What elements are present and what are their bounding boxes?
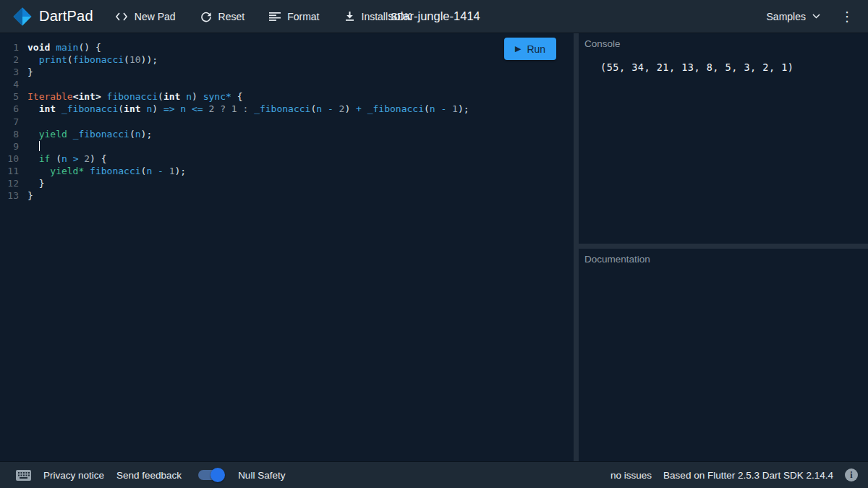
footer-left: Privacy notice Send feedback Null Safety (16, 470, 285, 481)
code-line[interactable]: 1void main() { (0, 41, 574, 53)
play-icon: ▶ (515, 44, 521, 53)
new-pad-label: New Pad (135, 11, 176, 22)
new-pad-button[interactable]: New Pad (115, 11, 176, 22)
horizontal-splitter[interactable] (579, 244, 868, 249)
code-line-text: yield _fibonacci(n); (27, 128, 152, 140)
line-number: 5 (0, 90, 19, 103)
code-line[interactable]: 7 (0, 116, 574, 128)
line-number: 2 (0, 53, 19, 66)
line-number: 4 (0, 78, 19, 90)
brand[interactable]: DartPad (13, 7, 93, 26)
send-feedback-link[interactable]: Send feedback (116, 470, 182, 481)
line-number: 10 (0, 153, 19, 165)
dartpad-app: DartPad New Pad Reset Format (0, 0, 868, 488)
code-line[interactable]: 11 yield* fibonacci(n - 1); (0, 165, 574, 177)
console-output: (55, 34, 21, 13, 8, 5, 3, 2, 1) (600, 61, 868, 73)
code-lines: 1void main() {2 print(fibonacci(10));3}4… (0, 41, 574, 202)
header: DartPad New Pad Reset Format (0, 0, 868, 33)
line-number: 13 (0, 189, 19, 202)
code-line-text: } (27, 66, 33, 78)
line-number: 3 (0, 66, 19, 78)
format-label: Format (287, 11, 319, 22)
overflow-menu-button[interactable]: ⋮ (836, 9, 858, 25)
code-line-text: int _fibonacci(int n) => n <= 2 ? 1 : _f… (27, 103, 469, 115)
line-number: 9 (0, 140, 19, 153)
format-button[interactable]: Format (269, 11, 319, 22)
code-line[interactable]: 13} (0, 189, 574, 202)
code-line-text: void main() { (27, 41, 101, 53)
text-cursor (39, 141, 41, 151)
header-right: Samples ⋮ (767, 9, 858, 25)
console-panel: Console (55, 34, 21, 13, 8, 5, 3, 2, 1) (579, 33, 868, 244)
documentation-title: Documentation (583, 254, 868, 265)
info-icon[interactable]: i (845, 468, 858, 481)
keyboard-shortcuts-button[interactable] (16, 470, 31, 481)
code-line[interactable]: 12 } (0, 177, 574, 189)
line-number: 1 (0, 41, 19, 53)
null-safety-toggle[interactable] (198, 470, 223, 480)
footer: Privacy notice Send feedback Null Safety… (0, 461, 868, 488)
code-line-text: } (27, 189, 33, 202)
privacy-notice-link[interactable]: Privacy notice (43, 470, 104, 481)
toggle-knob (210, 468, 225, 482)
code-icon (115, 12, 128, 22)
right-column: Console (55, 34, 21, 13, 8, 5, 3, 2, 1) … (579, 33, 868, 461)
line-number: 8 (0, 128, 19, 140)
console-title: Console (583, 38, 868, 49)
line-number: 11 (0, 165, 19, 177)
chevron-down-icon (812, 14, 820, 19)
code-line[interactable]: 4 (0, 78, 574, 90)
reset-button[interactable]: Reset (200, 11, 245, 22)
code-line[interactable]: 5Iterable<int> fibonacci(int n) sync* { (0, 90, 574, 103)
run-button[interactable]: ▶ Run (504, 38, 556, 60)
code-line[interactable]: 6 int _fibonacci(int n) => n <= 2 ? 1 : … (0, 103, 574, 115)
code-line[interactable]: 10 if (n > 2) { (0, 153, 574, 165)
code-line-text: Iterable<int> fibonacci(int n) sync* { (27, 90, 242, 103)
download-icon (344, 11, 355, 22)
code-line[interactable]: 2 print(fibonacci(10)); (0, 53, 574, 66)
brand-name: DartPad (39, 8, 93, 25)
code-line-text: yield* fibonacci(n - 1); (27, 165, 186, 177)
code-line-text: if (n > 2) { (27, 153, 107, 165)
keyboard-icon (16, 470, 31, 481)
refresh-icon (200, 11, 212, 22)
line-number: 7 (0, 116, 19, 128)
footer-right: no issues Based on Flutter 2.5.3 Dart SD… (610, 468, 858, 481)
code-line[interactable]: 9 (0, 140, 574, 153)
format-icon (269, 12, 281, 22)
vertical-splitter[interactable] (574, 33, 579, 461)
null-safety-label: Null Safety (238, 470, 285, 481)
samples-label: Samples (767, 11, 806, 22)
code-line[interactable]: 3} (0, 66, 574, 78)
sdk-version: Based on Flutter 2.5.3 Dart SDK 2.14.4 (663, 470, 833, 481)
code-line-text: print(fibonacci(10)); (27, 53, 158, 66)
run-label: Run (527, 43, 545, 55)
issues-status: no issues (610, 470, 652, 481)
pad-title: solar-jungle-1414 (388, 9, 480, 23)
code-editor[interactable]: 1void main() {2 print(fibonacci(10));3}4… (0, 33, 574, 461)
line-number: 6 (0, 103, 19, 115)
reset-label: Reset (218, 11, 245, 22)
main: 1void main() {2 print(fibonacci(10));3}4… (0, 33, 868, 461)
line-number: 12 (0, 177, 19, 189)
code-line-text: } (27, 177, 44, 189)
code-line[interactable]: 8 yield _fibonacci(n); (0, 128, 574, 140)
samples-dropdown[interactable]: Samples (767, 11, 820, 22)
dartpad-logo-icon (13, 7, 32, 26)
documentation-panel: Documentation (579, 249, 868, 461)
code-line-text (27, 140, 40, 153)
